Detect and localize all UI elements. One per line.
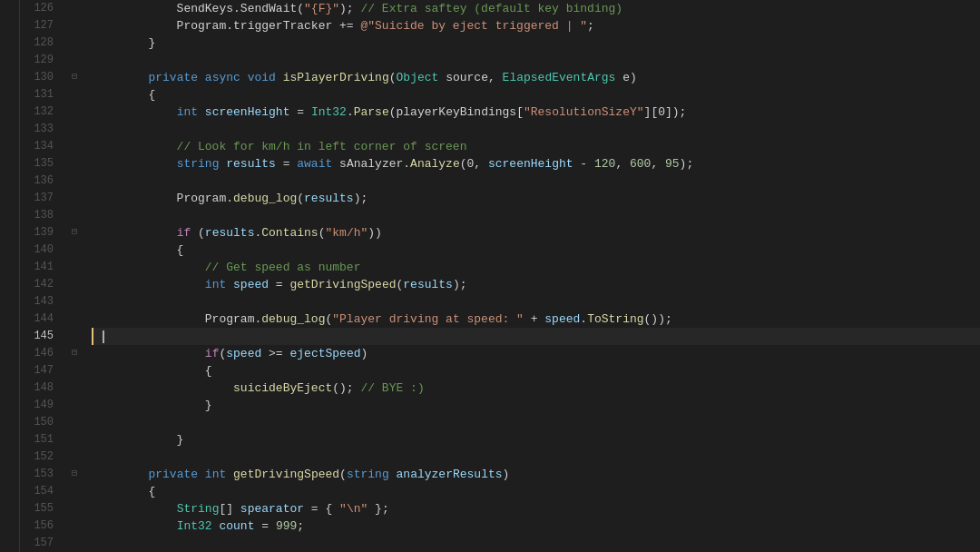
token: ToString — [587, 310, 643, 328]
token — [276, 69, 283, 86]
token: 999 — [276, 518, 297, 535]
line-number-130: 130 — [20, 69, 63, 86]
token: >= — [261, 345, 289, 362]
code-line-132: int screenHeight = Int32.Parse(playerKey… — [92, 104, 980, 121]
line-number-136: 136 — [20, 172, 63, 190]
code-line-152 — [92, 448, 980, 466]
code-line-154: { — [92, 483, 980, 500]
cursor — [103, 330, 104, 343]
line-number-151: 151 — [20, 431, 63, 448]
token: "ResolutionSizeY" — [524, 104, 644, 121]
line-number-128: 128 — [20, 34, 63, 52]
code-line-147: { — [92, 362, 980, 380]
code-line-137: Program.debug_log(results); — [92, 190, 980, 207]
token: screenHeight — [205, 104, 290, 121]
token: int — [205, 466, 226, 483]
token: "Player driving at speed: " — [332, 310, 524, 328]
gutter-line-153: ⊟ — [70, 466, 88, 483]
code-content[interactable]: SendKeys.SendWait("{F}"); // Extra safte… — [88, 0, 980, 552]
token — [92, 155, 177, 172]
line-number-137: 137 — [20, 190, 63, 207]
token: )) — [368, 224, 382, 242]
token: screenHeight — [488, 155, 573, 172]
code-line-153: private int getDrivingSpeed(string analy… — [92, 466, 980, 483]
fold-icon-146[interactable]: ⊟ — [72, 347, 77, 358]
gutter-line-155 — [70, 500, 88, 518]
gutter-line-139: ⊟ — [70, 224, 88, 242]
token: private — [148, 69, 198, 86]
token: { — [92, 362, 212, 380]
token: ( — [297, 190, 304, 207]
gutter-line-127 — [70, 17, 88, 34]
code-container: 1261271281291301311321331341351361371381… — [20, 0, 980, 552]
token — [198, 104, 205, 121]
token: (playerKeyBindings[ — [389, 104, 524, 121]
token — [240, 69, 248, 86]
line-number-153: 153 — [20, 466, 63, 483]
gutter-line-130: ⊟ — [70, 69, 88, 86]
token: Program. — [92, 190, 233, 207]
code-line-156: Int32 count = 999; — [92, 518, 980, 535]
gutter-line-126 — [70, 0, 88, 17]
gutter-line-137 — [70, 190, 88, 207]
gutter-line-142 — [70, 276, 88, 293]
line-number-129: 129 — [20, 52, 63, 69]
token: count — [219, 518, 254, 535]
token: ); — [339, 0, 360, 17]
token — [219, 155, 226, 172]
gutter-line-133 — [70, 121, 88, 138]
token: (0, — [460, 155, 488, 172]
code-line-148: suicideByEject(); // BYE :) — [92, 380, 980, 397]
token — [92, 104, 177, 121]
code-line-144: Program.debug_log("Player driving at spe… — [92, 310, 980, 328]
line-number-146: 146 — [20, 345, 63, 362]
editor-area: 1261271281291301311321331341351361371381… — [20, 0, 980, 552]
token: private — [148, 466, 198, 483]
line-number-149: 149 — [20, 397, 63, 414]
token: ()); — [644, 310, 672, 328]
token: spearator — [240, 500, 304, 518]
code-line-151: } — [92, 431, 980, 448]
gutter-line-144 — [70, 310, 88, 328]
token: results — [226, 155, 276, 172]
token: ; — [587, 17, 594, 34]
gutter-line-146: ⊟ — [70, 345, 88, 362]
code-line-129 — [92, 52, 980, 69]
token: { — [92, 483, 155, 500]
token: "km/h" — [326, 224, 368, 242]
code-line-126: SendKeys.SendWait("{F}"); // Extra safte… — [92, 0, 980, 17]
token: ( — [191, 224, 205, 242]
token: { — [92, 242, 183, 259]
token: isPlayerDriving — [283, 69, 389, 86]
code-line-135: string results = await sAnalyzer.Analyze… — [92, 155, 980, 172]
fold-icon-139[interactable]: ⊟ — [72, 226, 77, 237]
token: - — [573, 155, 594, 172]
token: ; — [297, 518, 304, 535]
token: if — [177, 224, 191, 242]
token: Int32 — [177, 518, 212, 535]
code-line-141: // Get speed as number — [92, 259, 980, 276]
token — [198, 69, 205, 86]
code-line-128: } — [92, 34, 980, 52]
token: getDrivingSpeed — [233, 466, 339, 483]
token: . — [580, 310, 587, 328]
token: ( — [389, 69, 397, 86]
token: Program.triggerTracker += — [92, 17, 360, 34]
line-number-139: 139 — [20, 224, 63, 242]
code-line-134: // Look for km/h in left corner of scree… — [92, 138, 980, 155]
line-number-152: 152 — [20, 448, 63, 466]
token: } — [92, 34, 155, 52]
token: debug_log — [261, 310, 325, 328]
token: // Extra saftey (default key binding) — [360, 0, 622, 17]
token: string — [177, 155, 220, 172]
fold-icon-153[interactable]: ⊟ — [72, 468, 77, 478]
fold-icon-130[interactable]: ⊟ — [72, 71, 77, 82]
line-number-157: 157 — [20, 535, 63, 552]
token: { — [92, 86, 155, 104]
token: speed — [226, 345, 261, 362]
token: void — [248, 69, 276, 86]
line-number-134: 134 — [20, 138, 63, 155]
token: (); — [332, 380, 360, 397]
code-line-145 — [92, 328, 980, 345]
line-number-150: 150 — [20, 414, 63, 431]
